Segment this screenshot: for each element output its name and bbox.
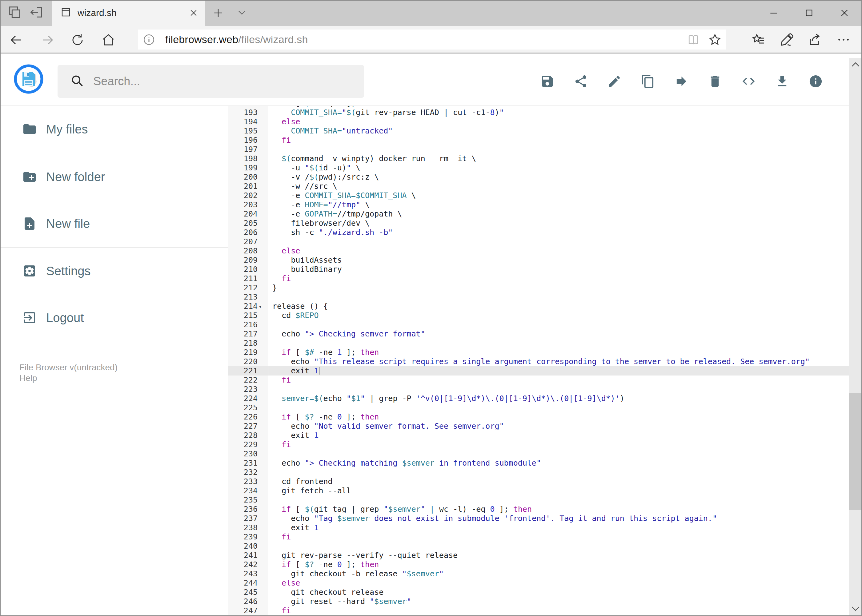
code-line[interactable]: release () { <box>268 302 849 311</box>
line-number[interactable]: 233 <box>228 477 268 486</box>
code-line[interactable] <box>268 449 849 459</box>
code-line[interactable]: echo "This release script requires a sin… <box>268 357 849 366</box>
line-number[interactable]: 236 <box>228 504 268 514</box>
minimize-button[interactable] <box>756 0 791 26</box>
code-line[interactable]: -v /$(pwd):/src:z \ <box>268 173 849 182</box>
line-number[interactable]: 245 <box>228 588 268 597</box>
line-number[interactable]: 235 <box>228 495 268 504</box>
line-number[interactable]: 212 <box>228 283 268 292</box>
line-number[interactable]: 220 <box>228 357 268 366</box>
line-number[interactable]: 204 <box>228 209 268 218</box>
line-number[interactable]: 241 <box>228 551 268 560</box>
code-line[interactable]: -e GOPATH=//tmp/gopath \ <box>268 209 849 218</box>
sidebar-item-new-folder[interactable]: New folder <box>0 162 228 192</box>
line-number[interactable]: 223 <box>228 385 268 394</box>
code-line[interactable] <box>268 385 849 394</box>
code-line[interactable] <box>268 320 849 329</box>
line-number[interactable]: 231 <box>228 459 268 468</box>
fold-marker-icon[interactable]: ▾ <box>258 302 266 311</box>
rename-button[interactable] <box>598 66 631 97</box>
code-line[interactable] <box>268 145 849 154</box>
line-number[interactable]: 219 <box>228 348 268 357</box>
download-button[interactable] <box>765 66 799 97</box>
code-line[interactable]: git checkout release <box>268 588 849 597</box>
code-line[interactable]: git fetch --all <box>268 486 849 495</box>
code-line[interactable]: -u "$(id -u)" \ <box>268 163 849 173</box>
line-number[interactable]: 227 <box>228 422 268 431</box>
line-number[interactable]: 213 <box>228 292 268 302</box>
line-number[interactable]: 226 <box>228 412 268 422</box>
line-number[interactable]: 203 <box>228 200 268 209</box>
code-line[interactable]: semver=$(echo "$1" | grep -P '^v(0|[1-9]… <box>268 394 849 403</box>
search-input[interactable]: Search... <box>58 65 364 98</box>
code-line[interactable] <box>268 468 849 477</box>
code-line[interactable]: -e COMMIT_SHA=$COMMIT_SHA \ <box>268 191 849 200</box>
line-number[interactable]: 246 <box>228 597 268 606</box>
code-line[interactable]: COMMIT_SHA="untracked" <box>268 126 849 136</box>
code-line[interactable]: echo "Tag $semver does not exist in subm… <box>268 514 849 523</box>
scroll-down-button[interactable] <box>849 602 862 615</box>
share-button[interactable] <box>564 66 598 97</box>
code-line[interactable]: $(command -v winpty) docker run --rm -it… <box>268 154 849 163</box>
line-number[interactable]: 193 <box>228 108 268 117</box>
code-lines[interactable]: if [ $? -eq 0 ]; then COMMIT_SHA="$(git … <box>268 106 849 615</box>
line-number[interactable]: 229 <box>228 440 268 449</box>
line-number[interactable]: 222 <box>228 376 268 385</box>
home-button[interactable] <box>100 31 117 49</box>
favorites-hub-button[interactable] <box>744 30 773 50</box>
close-window-button[interactable] <box>827 0 862 26</box>
code-line[interactable]: } <box>268 283 849 292</box>
tab-close-button[interactable] <box>185 4 202 22</box>
line-number[interactable]: 232 <box>228 468 268 477</box>
code-line[interactable]: fi <box>268 532 849 542</box>
line-number[interactable]: 224 <box>228 394 268 403</box>
url-field[interactable]: filebrowser.web/files/wizard.sh <box>138 30 726 50</box>
line-number[interactable]: 197 <box>228 145 268 154</box>
line-number[interactable]: 208 <box>228 246 268 256</box>
line-number[interactable]: 192 <box>228 106 268 108</box>
line-number[interactable]: 216 <box>228 320 268 329</box>
line-number[interactable]: 209 <box>228 256 268 265</box>
set-tabs-aside-button[interactable] <box>6 4 24 22</box>
code-line[interactable] <box>268 292 849 302</box>
code-line[interactable]: if [ $(git tag | grep "$semver" | wc -l)… <box>268 504 849 514</box>
raw-editor-button[interactable] <box>732 66 765 97</box>
code-line[interactable]: else <box>268 246 849 256</box>
scroll-up-button[interactable] <box>849 58 862 71</box>
line-number[interactable]: 194 <box>228 117 268 126</box>
code-line[interactable]: sh -c "./wizard.sh -b" <box>268 228 849 237</box>
line-number[interactable]: 200 <box>228 173 268 182</box>
line-number[interactable]: 240 <box>228 542 268 551</box>
refresh-button[interactable] <box>69 31 86 49</box>
info-button[interactable] <box>799 66 832 97</box>
code-line[interactable]: echo "> Checking matching $semver in fro… <box>268 459 849 468</box>
code-line[interactable]: git rev-parse --verify --quiet release <box>268 551 849 560</box>
code-line[interactable]: exit 1 <box>268 431 849 440</box>
line-number[interactable]: 225 <box>228 403 268 412</box>
browser-tab[interactable]: wizard.sh <box>52 0 205 26</box>
code-line[interactable]: filebrowser/dev \ <box>268 218 849 228</box>
line-number[interactable]: 199 <box>228 163 268 173</box>
code-editor[interactable]: 1921931941951961971981992002012022032042… <box>228 106 849 616</box>
line-number[interactable]: 205 <box>228 218 268 228</box>
add-favorite-star-button[interactable] <box>704 30 726 49</box>
help-link[interactable]: Help <box>19 373 37 383</box>
code-line[interactable]: buildAssets <box>268 256 849 265</box>
line-number[interactable]: 217 <box>228 329 268 339</box>
line-number[interactable]: 211 <box>228 274 268 283</box>
save-button[interactable] <box>531 66 564 97</box>
site-info-icon[interactable] <box>138 33 160 46</box>
show-tab-previews-button[interactable] <box>233 4 251 22</box>
code-line[interactable]: echo "> Checking semver format" <box>268 329 849 339</box>
line-number[interactable]: 214▾ <box>228 302 268 311</box>
code-line[interactable]: echo "Not valid semver format. See semve… <box>268 422 849 431</box>
line-number[interactable]: 201 <box>228 182 268 191</box>
code-line[interactable]: fi <box>268 376 849 385</box>
code-line[interactable]: -w //src \ <box>268 182 849 191</box>
code-line[interactable]: else <box>268 117 849 126</box>
code-line[interactable]: -e HOME="//tmp" \ <box>268 200 849 209</box>
code-line[interactable]: if [ $? -ne 0 ]; then <box>268 412 849 422</box>
line-number[interactable]: 234 <box>228 486 268 495</box>
code-line[interactable]: if [ $? -eq 0 ]; then <box>268 106 849 108</box>
line-number[interactable]: 196 <box>228 136 268 145</box>
